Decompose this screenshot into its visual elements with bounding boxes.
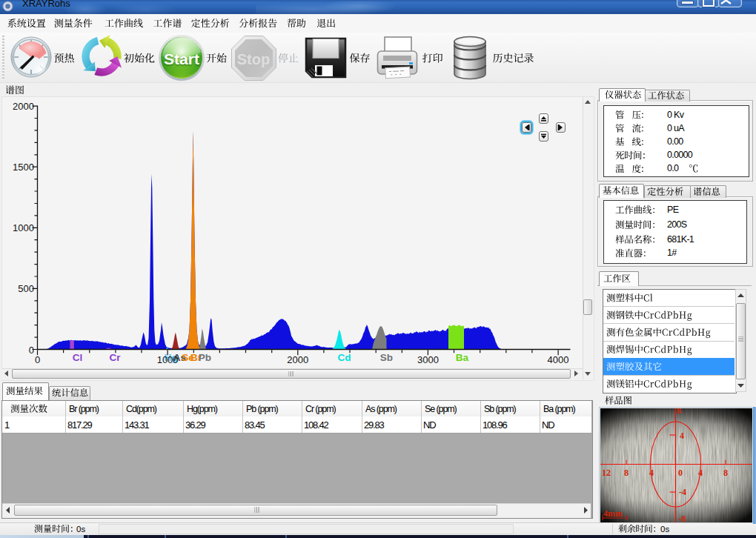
svg-text:Start: Start: [164, 50, 199, 67]
svg-text:Stop: Stop: [237, 51, 270, 67]
